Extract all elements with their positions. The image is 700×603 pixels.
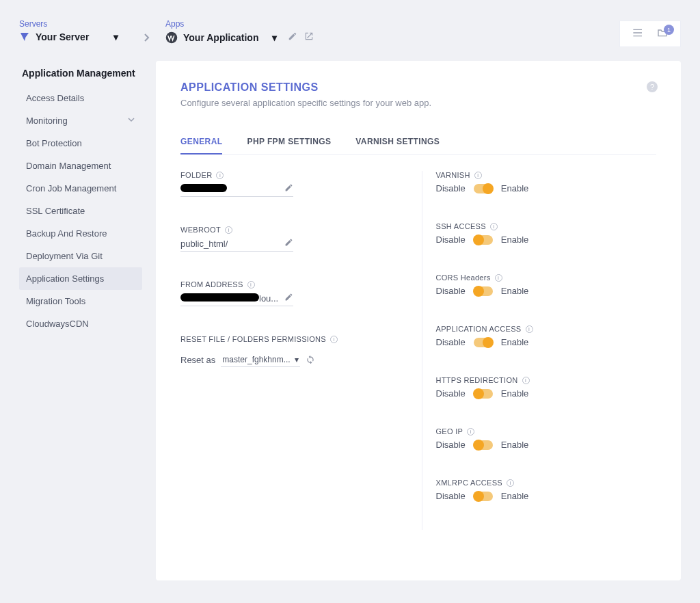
- sidebar-item-label: SSL Certificate: [26, 206, 85, 216]
- sidebar-title: Application Management: [19, 68, 142, 79]
- sidebar-item-label: Deployment Via Git: [26, 251, 103, 261]
- general-right-column: VARNISHi Disable Enable SSH ACCESSi Disa…: [422, 171, 657, 530]
- caret-down-icon: ▾: [113, 31, 118, 42]
- folder-view-icon[interactable]: 1: [656, 27, 669, 40]
- toggle-switch[interactable]: [474, 338, 493, 347]
- info-icon[interactable]: i: [330, 336, 338, 343]
- toggle-switch[interactable]: [474, 184, 493, 193]
- disable-text: Disable: [436, 286, 466, 296]
- list-view-icon[interactable]: [632, 27, 644, 40]
- chevron-right-icon: [139, 33, 154, 44]
- from-field: lou...: [180, 290, 293, 306]
- caret-down-icon: ▾: [295, 355, 299, 364]
- info-icon[interactable]: i: [507, 479, 514, 487]
- edit-icon[interactable]: [284, 238, 293, 249]
- enable-text: Enable: [501, 337, 528, 347]
- folder-field: [180, 180, 293, 197]
- help-icon[interactable]: ?: [647, 81, 658, 92]
- disable-text: Disable: [436, 183, 466, 193]
- info-icon[interactable]: i: [216, 172, 224, 179]
- sidebar-item-label: Migration Tools: [26, 296, 85, 306]
- info-icon[interactable]: i: [225, 226, 232, 234]
- disable-text: Disable: [436, 388, 466, 399]
- label-text: GEO IP: [436, 427, 463, 436]
- enable-text: Enable: [501, 491, 528, 501]
- tab-general[interactable]: GENERAL: [180, 130, 222, 155]
- topbar: Servers Your Server ▾ Apps Your Applicat…: [0, 0, 700, 47]
- sidebar-item-label: CloudwaysCDN: [26, 319, 89, 329]
- toggle-label: HTTPS REDIRECTIONi: [436, 376, 657, 384]
- label-text: APPLICATION ACCESS: [436, 325, 522, 333]
- toggle-xmlrpc: XMLRPC ACCESSi Disable Enable: [436, 479, 657, 501]
- info-icon[interactable]: i: [467, 428, 474, 436]
- app-actions: [288, 31, 314, 41]
- sidebar-item-label: Domain Management: [26, 161, 111, 171]
- reset-user-select[interactable]: master_fghkhnm... ▾: [221, 353, 299, 367]
- disable-text: Disable: [436, 440, 466, 450]
- toggle-switch[interactable]: [474, 389, 493, 399]
- app-name: Your Application: [183, 32, 258, 43]
- sidebar: Application Management Access Details Mo…: [19, 61, 142, 335]
- sidebar-item-backup[interactable]: Backup And Restore: [19, 222, 142, 245]
- refresh-icon[interactable]: [306, 354, 315, 366]
- webroot-field: public_html/: [180, 235, 293, 252]
- webroot-value: public_html/: [180, 239, 228, 249]
- panel-title: APPLICATION SETTINGS: [180, 81, 656, 94]
- enable-text: Enable: [501, 286, 528, 296]
- label-text: RESET FILE / FOLDERS PERMISSIONS: [180, 335, 326, 343]
- info-icon[interactable]: i: [490, 223, 498, 230]
- label-text: FOLDER: [180, 171, 212, 179]
- info-icon[interactable]: i: [474, 172, 482, 179]
- sidebar-item-label: Application Settings: [26, 273, 104, 284]
- info-icon[interactable]: i: [526, 325, 533, 333]
- info-icon[interactable]: i: [247, 281, 255, 289]
- server-select[interactable]: Your Server ▾: [19, 31, 129, 42]
- enable-text: Enable: [501, 234, 528, 245]
- sidebar-item-app-settings[interactable]: Application Settings: [19, 267, 142, 290]
- toggle-switch[interactable]: [474, 440, 493, 450]
- toggle-label: SSH ACCESSi: [436, 222, 657, 230]
- disable-text: Disable: [436, 234, 466, 245]
- sidebar-item-label: Cron Job Management: [26, 183, 116, 193]
- info-icon[interactable]: i: [495, 274, 502, 282]
- sidebar-item-migration[interactable]: Migration Tools: [19, 290, 142, 312]
- label-text: WEBROOT: [180, 226, 221, 234]
- enable-text: Enable: [501, 183, 528, 193]
- app-select[interactable]: Your Application ▾: [165, 31, 277, 44]
- caret-down-icon: ▾: [272, 32, 277, 43]
- enable-text: Enable: [501, 388, 528, 399]
- sidebar-item-cdn[interactable]: CloudwaysCDN: [19, 312, 142, 335]
- label-text: SSH ACCESS: [436, 222, 486, 230]
- label-text: XMLRPC ACCESS: [436, 479, 502, 487]
- toggle-https: HTTPS REDIRECTIONi Disable Enable: [436, 376, 657, 399]
- toggle-switch[interactable]: [474, 492, 493, 501]
- tab-phpfpm[interactable]: PHP FPM SETTINGS: [247, 130, 331, 154]
- sidebar-item-git[interactable]: Deployment Via Git: [19, 245, 142, 267]
- toggle-switch[interactable]: [474, 286, 493, 296]
- label-text: HTTPS REDIRECTION: [436, 376, 518, 384]
- toggle-label: APPLICATION ACCESSi: [436, 325, 657, 333]
- toggle-switch[interactable]: [474, 235, 493, 245]
- toggle-ssh: SSH ACCESSi Disable Enable: [436, 222, 657, 245]
- tab-varnish[interactable]: VARNISH SETTINGS: [355, 130, 440, 154]
- from-label: FROM ADDRESS i: [180, 280, 401, 289]
- sidebar-item-bot-protection[interactable]: Bot Protection: [19, 132, 142, 155]
- sidebar-item-ssl[interactable]: SSL Certificate: [19, 200, 142, 222]
- external-link-icon[interactable]: [304, 31, 314, 41]
- sidebar-item-access-details[interactable]: Access Details: [19, 87, 142, 109]
- edit-icon[interactable]: [288, 31, 297, 41]
- edit-icon[interactable]: [284, 293, 293, 304]
- sidebar-item-cron-job[interactable]: Cron Job Management: [19, 177, 142, 200]
- edit-icon[interactable]: [284, 183, 293, 194]
- sidebar-item-monitoring[interactable]: Monitoring: [19, 109, 142, 132]
- label-text: CORS Headers: [436, 273, 491, 282]
- webroot-label: WEBROOT i: [180, 226, 401, 234]
- wordpress-icon: [165, 31, 178, 44]
- toggle-cors: CORS Headersi Disable Enable: [436, 273, 657, 296]
- info-icon[interactable]: i: [522, 377, 530, 384]
- sidebar-item-domain-management[interactable]: Domain Management: [19, 155, 142, 177]
- from-suffix: lou...: [259, 293, 278, 304]
- folder-label: FOLDER i: [180, 171, 401, 179]
- reset-user-value: master_fghkhnm...: [222, 355, 290, 364]
- server-name: Your Server: [36, 31, 89, 42]
